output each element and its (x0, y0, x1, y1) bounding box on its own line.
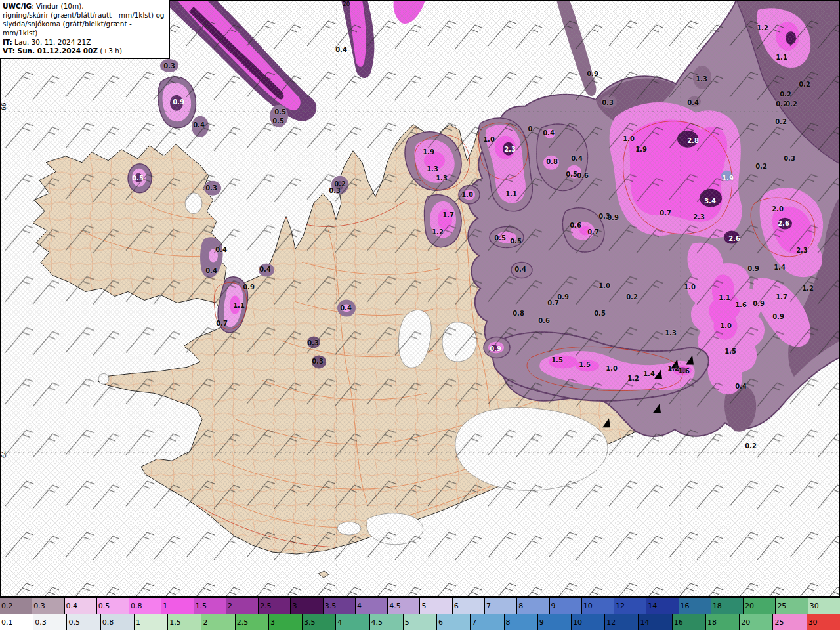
map-area: 0.30.40.90.40.50.50.50.30.20.30.40.40.40… (0, 0, 840, 597)
title-line-2: rigning/skúrir (grænt/blátt/rautt - mm/1… (3, 11, 165, 20)
colorbar-segment: 1 (134, 614, 167, 630)
colorbar-tick-label: 4.5 (389, 602, 401, 610)
colorbar-tick-label: 1.5 (196, 602, 207, 610)
colorbar-segment: 4.5 (369, 614, 403, 630)
colorbar-tick-label: 0.5 (68, 618, 80, 627)
colorbar-segment: 3 (290, 598, 322, 614)
colorbar-tick-label: 18 (707, 618, 717, 627)
colorbar-segment: 16 (679, 598, 711, 614)
colorbar-tick-label: 7 (486, 602, 491, 610)
colorbar-tick-label: 20 (745, 602, 754, 610)
colorbar-tick-label: 0.3 (35, 618, 47, 627)
latitude-label-64: 64 (1, 451, 7, 458)
colorbar-segment: 0.5 (66, 614, 100, 630)
colorbar-segment: 2 (226, 598, 258, 614)
colorbar-tick-label: 30 (810, 602, 819, 610)
colorbar-tick-label: 0.3 (33, 602, 45, 610)
colorbar-segment: 12 (604, 614, 638, 630)
colorbar-segment: 2.5 (258, 598, 290, 614)
colorbar-segment: 2 (201, 614, 234, 630)
colorbar-tick-label: 12 (616, 602, 625, 610)
colorbar-segment: 14 (646, 598, 678, 614)
colorbar-segment: 16 (672, 614, 705, 630)
colorbar-tick-label: 10 (573, 618, 582, 627)
colorbar-segment: 25 (775, 598, 807, 614)
colorbar-tick-label: 2 (203, 618, 207, 627)
title-line-3: slydda/snjókoma (grátt/bleikt/grænt - mm… (3, 20, 165, 37)
colorbar-tick-label: 20 (741, 618, 750, 627)
colorbar-tick-label: 5 (421, 602, 426, 610)
colorbar-tick-label: 1 (136, 618, 140, 627)
colorbar-segment: 5 (403, 614, 436, 630)
colorbar-tick-label: 14 (648, 602, 657, 610)
colorbar-segment: 20 (743, 598, 775, 614)
colorbar-tick-label: 2 (228, 602, 232, 610)
colorbar-segment: 10 (571, 614, 604, 630)
colorbar-segment: 0.2 (0, 598, 32, 614)
colorbar-segment: 6 (436, 614, 470, 630)
colorbar-segment: 8 (516, 598, 549, 614)
colorbar-tick-label: 14 (640, 618, 649, 627)
colorbar-tick-label: 1.5 (169, 618, 181, 627)
colorbar-segment: 1.5 (167, 614, 201, 630)
model-name: UWC/IG (3, 2, 32, 10)
colorbar-segment: 1 (161, 598, 193, 614)
colorbar-segment: 2.5 (235, 614, 268, 630)
colorbar-tick-label: 3.5 (325, 602, 337, 610)
colorbar-segment: 12 (614, 598, 646, 614)
colorbar-tick-label: 0.2 (1, 602, 13, 610)
colorbar-segment: 25 (772, 614, 806, 630)
colorbar-tick-label: 16 (681, 602, 690, 610)
colorbar-tick-label: 9 (551, 602, 556, 610)
colorbar-segment: 18 (705, 614, 739, 630)
colorbar-segment: 0.3 (33, 614, 66, 630)
colorbar-tick-label: 0.4 (66, 602, 78, 610)
colorbar-segment: 7 (484, 598, 516, 614)
colorbar-tick-label: 3 (270, 618, 275, 627)
colorbar-segment: 9 (537, 614, 571, 630)
map-title-box: UWC/IG: Vindur (10m), rigning/skúrir (gr… (0, 0, 170, 59)
colorbar-tick-label: 30 (808, 618, 818, 627)
colorbar-rain: 0.10.30.50.811.522.533.544.5567891012141… (0, 614, 840, 630)
colorbar-tick-label: 0.8 (102, 618, 114, 627)
colorbar-segment: 14 (638, 614, 671, 630)
colorbar-segment: 4 (335, 614, 369, 630)
colorbar-tick-label: 6 (454, 602, 459, 610)
title-line-1: UWC/IG: Vindur (10m), (3, 2, 165, 11)
colorbar-segment: 3.5 (323, 598, 355, 614)
colorbar-tick-label: 3.5 (304, 618, 316, 627)
colorbar-tick-label: 4 (337, 618, 342, 627)
colorbar-tick-label: 10 (583, 602, 593, 610)
init-time-line: IT: Lau. 30. 11. 2024 21Z (3, 38, 165, 47)
colorbar-segment: 6 (452, 598, 484, 614)
colorbar-segment: 0.1 (0, 614, 33, 630)
colorbar-tick-label: 1 (163, 602, 167, 610)
colorbar-segment: 4.5 (387, 598, 419, 614)
colorbar-tick-label: 3 (292, 602, 297, 610)
colorbar-tick-label: 9 (539, 618, 544, 627)
colorbar-tick-label: 2.5 (237, 618, 249, 627)
colorbar-segment: 4 (355, 598, 387, 614)
colorbar-segment: 1.5 (194, 598, 226, 614)
colorbar-tick-label: 12 (606, 618, 616, 627)
colorbar-segment: 3.5 (302, 614, 335, 630)
colorbar-segment: 0.4 (64, 598, 96, 614)
colorbar-tick-label: 0.5 (98, 602, 110, 610)
wind-barbs (0, 0, 840, 597)
colorbar-segment: 30 (807, 614, 840, 630)
colorbar-tick-label: 8 (506, 618, 511, 627)
colorbar-sleet-snow: 0.20.30.40.50.811.522.533.544.5567891012… (0, 597, 840, 614)
colorbar-segment: 7 (470, 614, 503, 630)
colorbar-tick-label: 18 (713, 602, 722, 610)
colorbar-segment: 30 (808, 598, 840, 614)
colorbar-segment: 5 (419, 598, 452, 614)
colorbar-tick-label: 16 (674, 618, 683, 627)
colorbar-segment: 0.5 (96, 598, 129, 614)
colorbar-segment: 8 (504, 614, 537, 630)
valid-time-line: VT: Sun. 01.12.2024 00Z (+3 h) (3, 47, 165, 56)
colorbar-tick-label: 6 (438, 618, 443, 627)
colorbar-segment: 10 (581, 598, 614, 614)
colorbar-segment: 20 (739, 614, 772, 630)
colorbar-tick-label: 25 (774, 618, 784, 627)
colorbar-tick-label: 25 (777, 602, 786, 610)
